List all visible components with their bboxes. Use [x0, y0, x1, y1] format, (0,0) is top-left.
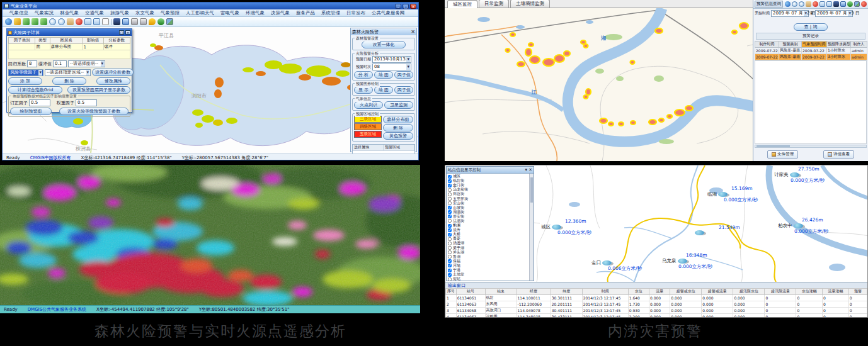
draw-button[interactable]: 显 示: [354, 86, 373, 94]
area-button[interactable]: 森林分布图: [383, 116, 413, 123]
station-data-table[interactable]: 序号站号站名经度纬度时间水位流量超警戒水位超警戒流量超汛限水位超汛限流量水位涨幅…: [445, 288, 867, 317]
record-row[interactable]: 2009-07-22 1...风险库-暴雨...2009-07-22 1...1…: [755, 48, 867, 54]
window-icon[interactable]: [819, 1, 825, 7]
layer-checkbox[interactable]: [448, 233, 452, 237]
print-icon[interactable]: [131, 18, 138, 25]
maximize-button[interactable]: □: [403, 4, 409, 9]
buffer-input[interactable]: 0.1: [53, 60, 67, 67]
back-icon[interactable]: [157, 18, 164, 25]
station[interactable]: 16.348m 乌龙泉 0.000立方米/秒: [662, 252, 744, 269]
start-date-picker[interactable]: 2009 年 07 月 22 日: [771, 10, 809, 17]
draw-button[interactable]: 因子值: [394, 86, 413, 94]
station[interactable]: 金口 0.006立方米/秒: [591, 260, 673, 271]
area-button[interactable]: 黄色预警: [383, 132, 413, 140]
station-data-row[interactable]: 461134067运粮闸114.34807830.4331112014/12/3…: [446, 314, 867, 318]
tab[interactable]: 城区监控: [447, 0, 477, 8]
regress-input[interactable]: 8: [27, 60, 37, 67]
analysis-button[interactable]: 绘 图: [374, 71, 393, 79]
display-param-button[interactable]: 设置预警图层因子显示参数: [67, 86, 130, 94]
globe-icon[interactable]: [5, 18, 12, 25]
menu-item[interactable]: 旅游气象: [107, 10, 132, 16]
add-button[interactable]: 添 加: [8, 77, 42, 85]
weather-button[interactable]: 火点判识: [354, 101, 383, 109]
layer-checkbox[interactable]: [448, 224, 452, 228]
minimize-button[interactable]: –: [395, 4, 401, 9]
column-header[interactable]: 预报降水类型: [827, 42, 851, 48]
column-header[interactable]: 预警类别: [779, 42, 802, 48]
menu-item[interactable]: 系统管理: [318, 10, 343, 16]
layer-checkbox[interactable]: [448, 277, 452, 281]
layer-pan-icon[interactable]: [23, 18, 30, 25]
station[interactable]: 26.426m 柏农中 0.000立方米/秒: [778, 217, 860, 234]
settings-button[interactable]: 设置一体化: [362, 41, 406, 48]
zoom-in-icon[interactable]: [792, 1, 797, 7]
frame-icon[interactable]: [826, 1, 832, 7]
risk-level-item[interactable]: 四级区域: [354, 123, 382, 130]
layer-checkbox[interactable]: [448, 184, 452, 187]
fly-add-icon[interactable]: [40, 18, 47, 25]
set-buffer-button[interactable]: 设置缓冲分析参数: [92, 69, 134, 76]
column-header[interactable]: 气象预报时间: [802, 42, 827, 48]
collapse-icon[interactable]: ▾: [525, 167, 527, 172]
pin-icon[interactable]: [149, 18, 156, 25]
pan-hand-icon[interactable]: [806, 1, 811, 7]
titlebar[interactable]: 气象业务平台 – □ ✕: [3, 3, 418, 9]
monitor-icon[interactable]: [113, 18, 120, 25]
fire-factor-dialog[interactable]: 火险因子计算 □ ✕ 因子类别类型图层名影响值分析参数 面森林分布图1缓冲 回归…: [6, 28, 132, 113]
fly-to-icon[interactable]: [31, 18, 38, 25]
fax-icon[interactable]: [140, 18, 147, 25]
close-icon[interactable]: ✕: [528, 167, 532, 172]
factor-table[interactable]: 因子类别类型图层名影响值分析参数 面森林分布图1缓冲: [8, 37, 130, 59]
measure-icon[interactable]: [14, 18, 21, 25]
image-icon[interactable]: [854, 1, 860, 7]
station[interactable]: 21.549m: [695, 225, 777, 235]
close-icon[interactable]: [861, 1, 867, 7]
record-row[interactable]: 2009-07-22 1风险库-暴雨2009-07-22 13小时降水admin: [755, 54, 867, 60]
station[interactable]: 27.750m 计家美 0.000立方米/秒: [774, 166, 856, 183]
menu-item[interactable]: 日常发布: [343, 10, 368, 16]
calc-grid-button[interactable]: 计算综合指数Grid: [8, 86, 62, 94]
draw-warning-button[interactable]: 绘制预警图: [10, 108, 52, 115]
layer-checkbox[interactable]: [448, 264, 452, 267]
layer-checkbox[interactable]: [448, 201, 452, 205]
status-brand[interactable]: DMGIS公共气象服务业务系统: [28, 306, 86, 313]
layer-item[interactable]: 贺站: [448, 277, 528, 281]
area-button[interactable]: 删 除: [383, 124, 413, 131]
pan-hand-icon[interactable]: [67, 18, 74, 25]
scale-icon[interactable]: [102, 18, 109, 25]
vertical-scrollbar[interactable]: [529, 174, 534, 281]
menu-item[interactable]: 服务产品: [293, 10, 318, 16]
factor-select[interactable]: 风险等级因子: [8, 69, 43, 76]
level-param-button[interactable]: 设置火险等级预警因子参数: [59, 108, 128, 115]
panel-close-icon[interactable]: ✕: [411, 30, 415, 35]
status-brand[interactable]: CMGIS中国版权所有: [30, 155, 71, 161]
layer-select[interactable]: --请选择图层--: [68, 60, 105, 67]
zoom-out-icon[interactable]: [799, 1, 804, 7]
station-pin-icon[interactable]: [695, 230, 704, 235]
layer-checkbox[interactable]: [448, 250, 452, 254]
modify-button[interactable]: 修改属性: [96, 77, 130, 85]
menu-item[interactable]: 人工影响天气: [183, 10, 217, 16]
correct-input[interactable]: 0.5: [29, 99, 50, 106]
station-pin-icon[interactable]: [678, 259, 687, 264]
chart-icon[interactable]: [122, 18, 129, 25]
layer-checkbox[interactable]: [448, 197, 452, 201]
station[interactable]: 15.169m 临湘 0.000立方米/秒: [707, 186, 789, 203]
layer-checkbox[interactable]: [448, 237, 452, 241]
analysis-button[interactable]: 分 析: [354, 71, 373, 79]
layer-checkbox[interactable]: [448, 215, 452, 218]
analysis-button[interactable]: 因子值: [394, 71, 413, 79]
station-pin-icon[interactable]: [718, 192, 728, 197]
menu-item[interactable]: 决策气象: [268, 10, 293, 16]
weight-input[interactable]: 0.5: [76, 99, 97, 106]
end-date-picker[interactable]: 2009 年 07 月 29 日: [815, 10, 853, 17]
layer-checkbox[interactable]: [448, 210, 452, 214]
station-data-row[interactable]: 261134063东风闸-112.20006020.2011112014/12/…: [446, 301, 867, 308]
station-pin-icon[interactable]: [602, 260, 612, 265]
menu-item[interactable]: 林业气象: [57, 10, 82, 16]
dialog-maximize-button[interactable]: □: [119, 30, 124, 35]
layer-checkbox[interactable]: [448, 242, 452, 245]
menu-item[interactable]: 气象预报: [157, 10, 183, 16]
delete-icon[interactable]: [813, 1, 818, 7]
dialog-titlebar[interactable]: 火险因子计算 □ ✕: [7, 29, 132, 36]
